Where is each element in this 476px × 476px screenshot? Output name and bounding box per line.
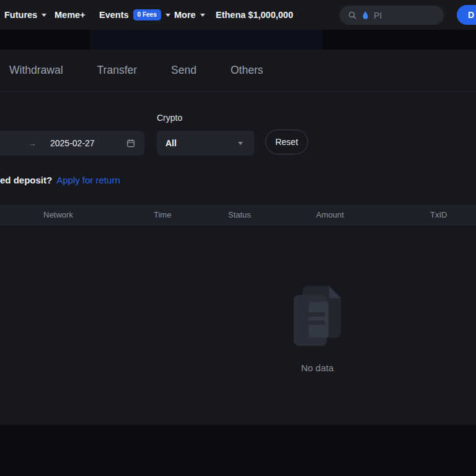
deposit-button[interactable]: D — [457, 5, 476, 25]
notice-text: ed deposit? — [0, 175, 52, 185]
tab-others[interactable]: Others — [231, 64, 263, 77]
top-navigation-bar: Futures Meme+ Events 0 Fees More Ethena … — [0, 0, 476, 30]
chevron-down-icon — [238, 142, 243, 145]
banner-strip — [0, 30, 476, 50]
nav-events-label: Events — [99, 10, 129, 20]
chevron-down-icon — [200, 14, 205, 17]
search-input[interactable]: PI — [340, 6, 444, 25]
document-text-line — [306, 320, 325, 325]
crypto-select-value: All — [165, 131, 177, 156]
nav-more-label: More — [174, 10, 196, 20]
nav-item-futures[interactable]: Futures — [4, 0, 46, 30]
banner-image-fragment — [90, 30, 322, 50]
arrow-right-icon: → — [27, 131, 37, 156]
footer-band — [0, 425, 476, 476]
no-data-icon — [294, 286, 342, 346]
nav-item-more[interactable]: More — [174, 0, 205, 30]
table-header-row: Network Time Status Amount TxID — [0, 205, 476, 226]
exchange-history-page: Futures Meme+ Events 0 Fees More Ethena … — [0, 0, 476, 476]
tab-send[interactable]: Send — [171, 64, 196, 77]
chevron-down-icon — [42, 14, 46, 17]
reset-button-label: Reset — [275, 137, 298, 147]
column-header-txid: TxID — [430, 205, 447, 226]
nav-item-ethena-promo[interactable]: Ethena $1,000,000 — [216, 0, 293, 30]
deposit-return-notice: ed deposit? Apply for return — [0, 174, 120, 186]
search-value: PI — [374, 11, 382, 20]
nav-ethena-label: Ethena $1,000,000 — [216, 10, 293, 20]
calendar-icon — [126, 138, 136, 148]
history-content: Withdrawal Transfer Send Others Crypto →… — [0, 50, 476, 425]
end-date-value: 2025-02-27 — [50, 131, 95, 156]
no-data-label: No data — [280, 363, 355, 373]
nav-item-events[interactable]: Events 0 Fees — [99, 0, 170, 30]
nav-meme-label: Meme+ — [55, 10, 86, 20]
reset-button[interactable]: Reset — [265, 130, 308, 154]
column-header-network: Network — [43, 205, 73, 226]
history-tabs: Withdrawal Transfer Send Others — [0, 50, 476, 92]
tab-transfer[interactable]: Transfer — [97, 64, 138, 77]
search-icon — [348, 11, 357, 20]
nav-item-meme[interactable]: Meme+ — [55, 0, 86, 30]
column-header-status: Status — [228, 205, 251, 226]
tab-withdrawal[interactable]: Withdrawal — [9, 64, 63, 77]
chevron-down-icon — [165, 14, 170, 17]
pi-token-icon — [361, 11, 369, 20]
date-range-picker[interactable]: → 2025-02-27 — [0, 131, 144, 156]
deposit-button-label: D — [468, 10, 474, 20]
apply-for-return-link[interactable]: Apply for return — [56, 175, 120, 185]
column-header-amount: Amount — [316, 205, 344, 226]
nav-futures-label: Futures — [4, 10, 37, 20]
document-content-panel — [309, 302, 328, 338]
column-header-time: Time — [154, 205, 171, 226]
zero-fees-badge: 0 Fees — [133, 9, 161, 20]
crypto-filter-label: Crypto — [157, 113, 182, 123]
crypto-select[interactable]: All — [157, 131, 254, 156]
document-text-line — [306, 312, 325, 317]
